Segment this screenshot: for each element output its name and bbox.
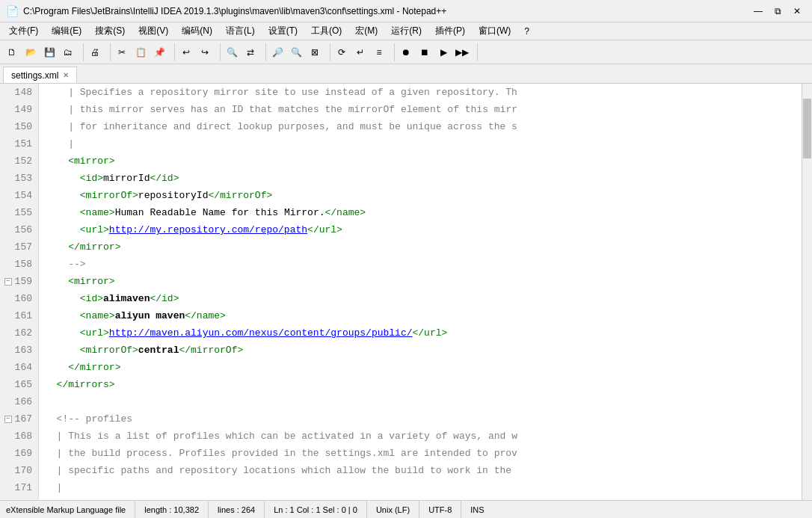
title-bar: 📄 C:\Program Files\JetBrains\IntelliJ ID…	[0, 0, 812, 22]
tb-sep8	[473, 43, 478, 61]
menu-run[interactable]: 运行(R)	[385, 23, 428, 40]
tb-sep4	[216, 43, 221, 61]
line-number-166: 166	[0, 393, 35, 410]
line-number-167[interactable]: − 167	[0, 410, 35, 428]
code-line-163: <mirrorOf>central</mirrorOf>	[45, 342, 812, 359]
line-number-160: 160	[0, 290, 35, 307]
tb-find[interactable]: 🔍	[223, 43, 241, 61]
tb-redo[interactable]: ↪	[196, 43, 214, 61]
line-number-155: 155	[0, 204, 35, 221]
code-line-161: <name>aliyun maven</name>	[45, 307, 812, 324]
tb-sep6	[326, 43, 330, 61]
tb-sep2	[106, 43, 111, 61]
tb-open[interactable]: 📂	[22, 43, 40, 61]
code-line-153: <id>mirrorId</id>	[45, 170, 812, 187]
tab-close-button[interactable]: ✕	[63, 71, 69, 79]
menu-encode[interactable]: 编码(N)	[176, 23, 218, 40]
code-line-169: | the build process. Profiles provided i…	[45, 445, 812, 462]
menu-plugins[interactable]: 插件(P)	[429, 23, 471, 40]
tb-macro-stop[interactable]: ⏹	[416, 43, 434, 61]
code-area[interactable]: | Specifies a repository mirror site to …	[39, 84, 812, 500]
code-line-149: | this mirror serves has an ID that matc…	[45, 101, 812, 118]
code-line-168: | This is a list of profiles which can b…	[45, 428, 812, 445]
code-line-156: <url>http://my.repository.com/repo/path<…	[45, 221, 812, 238]
code-line-160: <id>alimaven</id>	[45, 290, 812, 307]
code-line-155: <name>Human Readable Name for this Mirro…	[45, 204, 812, 221]
tb-paste[interactable]: 📌	[150, 43, 168, 61]
tb-macro-rec[interactable]: ⏺	[397, 43, 415, 61]
menu-view[interactable]: 视图(V)	[132, 23, 174, 40]
vertical-scrollbar[interactable]	[802, 84, 812, 500]
tb-new[interactable]: 🗋	[3, 43, 21, 61]
code-line-171: |	[45, 479, 812, 496]
menu-macro[interactable]: 宏(M)	[349, 23, 384, 40]
line-number-161: 161	[0, 307, 35, 324]
line-number-162: 162	[0, 324, 35, 342]
menu-help[interactable]: ?	[518, 23, 535, 40]
tb-sync[interactable]: ⟳	[333, 43, 351, 61]
code-line-151: |	[45, 135, 812, 152]
code-line-159: <mirror>	[45, 273, 812, 290]
status-encoding: UTF-8	[419, 501, 461, 518]
line-number-171: 171	[0, 479, 35, 496]
line-number-151: 151	[0, 135, 35, 152]
line-number-158: 158	[0, 256, 35, 273]
line-number-150: 150	[0, 118, 35, 135]
tb-cut[interactable]: ✂	[113, 43, 131, 61]
line-number-163: 163	[0, 342, 35, 359]
tb-save[interactable]: 💾	[40, 43, 58, 61]
menu-search[interactable]: 搜索(S)	[89, 23, 131, 40]
minimize-button[interactable]: —	[749, 2, 767, 20]
tb-print[interactable]: 🖨	[86, 43, 104, 61]
tb-saveall[interactable]: 🗂	[59, 43, 77, 61]
line-number-165: 165	[0, 376, 35, 393]
menu-tools[interactable]: 工具(O)	[305, 23, 348, 40]
menu-edit[interactable]: 编辑(E)	[46, 23, 87, 40]
code-line-158: -->	[45, 256, 812, 273]
status-file-type: eXtensible Markup Language file	[6, 501, 135, 518]
menu-window[interactable]: 窗口(W)	[473, 23, 517, 40]
tb-indent[interactable]: ≡	[370, 43, 388, 61]
window-title: C:\Program Files\JetBrains\IntelliJ IDEA…	[23, 6, 749, 16]
tb-sep1	[79, 43, 84, 61]
tb-copy[interactable]: 📋	[132, 43, 150, 61]
menu-bar: 文件(F) 编辑(E) 搜索(S) 视图(V) 编码(N) 语言(L) 设置(T…	[0, 22, 812, 40]
code-line-167: <!-- profiles	[45, 410, 812, 428]
status-line-ending: Unix (LF)	[367, 501, 419, 518]
line-number-170: 170	[0, 462, 35, 479]
line-number-148: 148	[0, 84, 35, 101]
code-line-157: </mirror>	[45, 238, 812, 256]
menu-language[interactable]: 语言(L)	[220, 23, 261, 40]
line-number-159[interactable]: − 159	[0, 273, 35, 290]
menu-settings[interactable]: 设置(T)	[262, 23, 304, 40]
tab-settings-xml[interactable]: settings.xml ✕	[3, 67, 77, 83]
tb-replace[interactable]: ⇄	[242, 43, 259, 61]
code-line-148: | Specifies a repository mirror site to …	[45, 84, 812, 101]
code-line-165: </mirrors>	[45, 376, 812, 393]
line-number-152: 152	[0, 152, 35, 170]
tab-label: settings.xml	[11, 70, 58, 81]
tb-zoom-in[interactable]: 🔎	[268, 43, 286, 61]
fold-icon-167[interactable]: −	[4, 416, 12, 423]
status-bar: eXtensible Markup Language file length :…	[0, 500, 812, 518]
status-insert-mode: INS	[461, 501, 493, 518]
close-button[interactable]: ✕	[788, 2, 806, 20]
tb-sep5	[262, 43, 266, 61]
line-number-164: 164	[0, 359, 35, 376]
fold-icon-159[interactable]: −	[4, 278, 12, 286]
tb-undo[interactable]: ↩	[177, 43, 195, 61]
code-line-164: </mirror>	[45, 359, 812, 376]
tb-macro-play[interactable]: ▶	[434, 43, 452, 61]
scrollbar-thumb[interactable]	[803, 99, 811, 158]
tb-zoom-reset[interactable]: ⊠	[306, 43, 324, 61]
code-line-152: <mirror>	[45, 152, 812, 170]
code-line-154: <mirrorOf>repositoryId</mirrorOf>	[45, 187, 812, 204]
code-line-162: <url>http://maven.aliyun.com/nexus/conte…	[45, 324, 812, 342]
restore-button[interactable]: ⧉	[769, 2, 787, 20]
tb-zoom-out[interactable]: 🔍	[287, 43, 305, 61]
menu-file[interactable]: 文件(F)	[3, 23, 44, 40]
tb-word-wrap[interactable]: ↵	[351, 43, 369, 61]
status-position: Ln : 1 Col : 1 Sel : 0 | 0	[265, 501, 367, 518]
tb-macro-run[interactable]: ▶▶	[453, 43, 471, 61]
code-line-170: | specific paths and repository location…	[45, 462, 812, 479]
